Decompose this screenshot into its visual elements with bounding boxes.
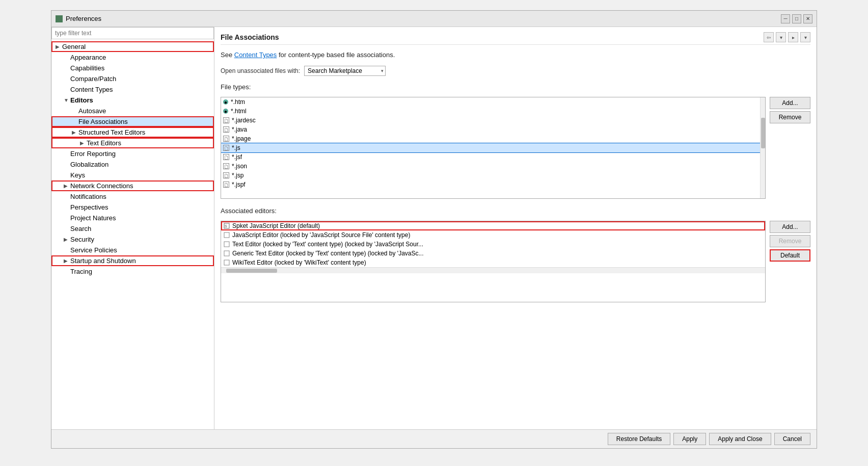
svg-rect-2 (224, 232, 229, 238)
file-type-label-js: *.js (232, 144, 240, 151)
editor-icon-wikitext (223, 259, 230, 266)
nav-back-button[interactable]: ⇦ (764, 32, 774, 42)
expand-arrow-general: ▶ (56, 44, 61, 49)
nav-dropdown-button[interactable]: ▾ (776, 32, 786, 42)
preferences-window: Preferences ─ □ ✕ ▶ General (51, 10, 817, 449)
sidebar-item-network[interactable]: ▶ Network Connections (51, 180, 214, 191)
editors-horizontal-scrollbar[interactable] (221, 267, 765, 273)
apply-button[interactable]: Apply (673, 433, 706, 445)
sidebar-item-tracing[interactable]: Tracing (51, 266, 214, 277)
file-type-label-htm: *.htm (231, 98, 245, 106)
sidebar-item-text-editors[interactable]: ▶ Text Editors (51, 138, 214, 148)
file-type-jsp[interactable]: 🗋 *.jsp (221, 171, 765, 180)
description-suffix: for content-type based file associations… (277, 51, 395, 59)
sidebar-item-label-network: Network Connections (70, 182, 133, 190)
filter-input[interactable] (51, 27, 214, 39)
file-types-list[interactable]: ● *.htm ● *.html 🗋 *.jardesc 🗋 *.java (221, 97, 766, 199)
sidebar-item-label-capabilities: Capabilities (70, 64, 104, 72)
minimize-button[interactable]: ─ (781, 14, 790, 23)
file-type-label-jsf: *.jsf (232, 153, 242, 161)
editor-generic[interactable]: Generic Text Editor (locked by 'Text' co… (221, 249, 765, 258)
file-types-remove-button[interactable]: Remove (770, 111, 810, 123)
file-type-java[interactable]: 🗋 *.java (221, 125, 765, 134)
editor-icon-text (223, 241, 230, 248)
sidebar-item-file-associations[interactable]: File Associations (51, 116, 214, 127)
file-types-scroll-thumb (761, 118, 765, 148)
sidebar-item-label-svc: Service Policies (70, 246, 117, 254)
file-types-scrollbar[interactable] (760, 97, 765, 198)
editor-js[interactable]: JavaScript Editor (locked by 'JavaScript… (221, 230, 765, 240)
sidebar-item-label-autosave: Autosave (78, 107, 106, 115)
editor-label-text: Text Editor (locked by 'Text' content ty… (232, 241, 423, 248)
bottom-buttons: Restore Defaults Apply Apply and Close C… (51, 429, 817, 448)
sidebar-item-service[interactable]: Service Policies (51, 245, 214, 255)
editor-spket[interactable]: S Spket JavaScript Editor (default) (221, 221, 765, 230)
editors-add-button[interactable]: Add... (770, 221, 810, 233)
file-type-jpage[interactable]: 🗋 *.jpage (221, 134, 765, 143)
expand-arrow-startup: ▶ (64, 258, 69, 264)
file-type-htm[interactable]: ● *.htm (221, 97, 765, 107)
nav-forward-button[interactable]: ▸ (788, 32, 798, 42)
file-types-label: File types: (221, 83, 810, 91)
title-bar-left: Preferences (56, 15, 101, 22)
sidebar-item-structured-text[interactable]: ▶ Structured Text Editors (51, 127, 214, 138)
close-button[interactable]: ✕ (803, 14, 812, 23)
file-type-json[interactable]: 🗋 *.json (221, 162, 765, 171)
file-type-jsf[interactable]: 🗋 *.jsf (221, 152, 765, 162)
sidebar-item-autosave[interactable]: Autosave (51, 106, 214, 116)
editors-list[interactable]: S Spket JavaScript Editor (default) Java… (221, 221, 766, 302)
sidebar-item-notifications[interactable]: Notifications (51, 191, 214, 202)
maximize-button[interactable]: □ (792, 14, 801, 23)
right-panel: File Associations ⇦ ▾ ▸ ▾ See Content Ty… (214, 27, 817, 429)
sidebar-item-label-editors: Editors (70, 96, 93, 104)
expand-arrow-sec: ▶ (64, 237, 69, 242)
sidebar-item-label-error: Error Reporting (70, 150, 116, 158)
editor-icon-spket: S (223, 222, 230, 229)
editors-remove-button[interactable]: Remove (770, 235, 810, 247)
content-types-link[interactable]: Content Types (234, 51, 277, 59)
open-unassociated-select[interactable]: Search Marketplace (304, 66, 386, 76)
sidebar-item-compare-patch[interactable]: Compare/Patch (51, 73, 214, 84)
file-type-jardesc[interactable]: 🗋 *.jardesc (221, 116, 765, 125)
editor-label-generic: Generic Text Editor (locked by 'Text' co… (232, 250, 424, 257)
editor-wikitext[interactable]: WikiText Editor (locked by 'WikiText' co… (221, 258, 765, 267)
file-types-add-button[interactable]: Add... (770, 97, 810, 109)
apply-close-button[interactable]: Apply and Close (709, 433, 771, 445)
file-types-buttons: Add... Remove (770, 97, 810, 123)
sidebar-item-content-types[interactable]: Content Types (51, 84, 214, 95)
file-type-jspf[interactable]: 🗋 *.jspf (221, 180, 765, 189)
sidebar-item-label-structured: Structured Text Editors (78, 128, 145, 136)
editor-label-wikitext: WikiText Editor (locked by 'WikiText' co… (232, 259, 366, 266)
sidebar-item-label-glob: Globalization (70, 161, 108, 168)
file-icon-htm: ● (223, 99, 228, 105)
file-type-js[interactable]: 🗋 *.js (221, 143, 765, 152)
editor-text[interactable]: Text Editor (locked by 'Text' content ty… (221, 240, 765, 249)
restore-defaults-button[interactable]: Restore Defaults (608, 433, 670, 445)
file-type-html[interactable]: ● *.html (221, 107, 765, 116)
sidebar-item-general[interactable]: ▶ General (51, 41, 214, 52)
file-icon-jspf: 🗋 (223, 182, 229, 188)
sidebar-item-editors[interactable]: ▼ Editors (51, 95, 214, 106)
sidebar-item-appearance[interactable]: Appearance (51, 52, 214, 63)
sidebar-item-search[interactable]: Search (51, 223, 214, 234)
sidebar-item-globalization[interactable]: Globalization (51, 159, 214, 170)
editors-default-button[interactable]: Default (770, 249, 810, 262)
sidebar-item-error-reporting[interactable]: Error Reporting (51, 148, 214, 159)
sidebar-item-startup[interactable]: ▶ Startup and Shutdown (51, 255, 214, 266)
file-icon-jsp: 🗋 (223, 172, 229, 178)
nav-forward-dropdown-button[interactable]: ▾ (800, 32, 810, 42)
sidebar-item-capabilities[interactable]: Capabilities (51, 63, 214, 73)
sidebar-item-label-sec: Security (70, 236, 94, 243)
file-type-label-jardesc: *.jardesc (232, 117, 256, 124)
svg-rect-5 (224, 260, 229, 265)
tree-container: ▶ General Appearance Capabilities (51, 39, 214, 429)
editors-buttons: Add... Remove Default (770, 221, 810, 262)
sidebar-item-project-natures[interactable]: Project Natures (51, 213, 214, 223)
svg-rect-3 (224, 242, 229, 247)
sidebar-item-keys[interactable]: Keys (51, 170, 214, 180)
cancel-button[interactable]: Cancel (774, 433, 810, 445)
file-type-label-json: *.json (232, 163, 247, 170)
editor-label-spket: Spket JavaScript Editor (default) (232, 222, 320, 229)
sidebar-item-perspectives[interactable]: Perspectives (51, 202, 214, 213)
sidebar-item-security[interactable]: ▶ Security (51, 234, 214, 245)
